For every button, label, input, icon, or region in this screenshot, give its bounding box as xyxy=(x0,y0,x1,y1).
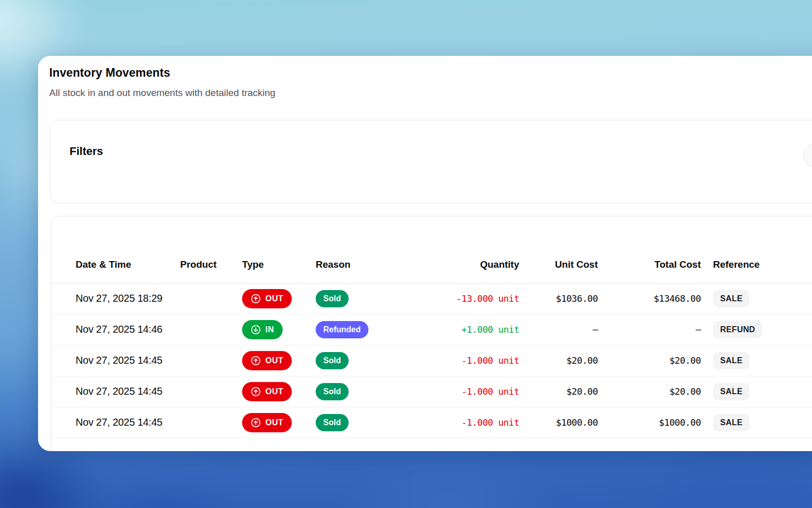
filters-clipped-button[interactable] xyxy=(803,143,812,168)
cell-datetime: Nov 27, 2025 14:46 xyxy=(51,314,180,345)
filters-title: Filters xyxy=(70,145,103,158)
type-badge: OUT xyxy=(242,351,292,370)
column-header-reason: Reason xyxy=(316,247,410,283)
movements-table-body: Nov 27, 2025 18:29 OUT Sold -13.000 xyxy=(51,283,812,438)
table-row: Nov 27, 2025 14:46 IN Refunded +1.00 xyxy=(51,314,812,345)
cell-total-cost: $13468.00 xyxy=(598,283,701,314)
cell-quantity: +1.000 unit xyxy=(410,314,519,345)
reason-badge: Sold xyxy=(316,383,349,400)
filters-card: Filters xyxy=(50,120,812,203)
inventory-movements-panel: Inventory Movements All stock in and out… xyxy=(38,56,812,451)
cell-product xyxy=(180,345,242,376)
movements-table-card: Date & Time Product Type Reason Quantity… xyxy=(51,216,812,451)
table-row: Nov 27, 2025 14:45 OUT Sold -1.000 u xyxy=(51,345,812,376)
arrow-circle-icon xyxy=(251,325,261,335)
reason-badge: Sold xyxy=(316,352,349,369)
arrow-circle-icon xyxy=(251,356,261,366)
column-header-reference: Reference xyxy=(701,247,812,283)
cell-reference: SALE xyxy=(701,376,812,407)
cell-datetime: Nov 27, 2025 14:45 xyxy=(51,407,180,438)
cell-reference: SALE xyxy=(701,345,812,376)
cell-unit-cost: $1036.00 xyxy=(519,283,598,314)
page-subtitle: All stock in and out movements with deta… xyxy=(49,87,812,99)
cell-type: OUT xyxy=(242,376,316,407)
cell-reason: Refunded xyxy=(316,314,410,345)
table-row: Nov 27, 2025 14:45 OUT Sold -1.000 u xyxy=(51,376,812,407)
cell-total-cost: $1000.00 xyxy=(598,407,701,438)
cell-reason: Sold xyxy=(316,376,410,407)
quantity-value: -13.000 unit xyxy=(456,293,519,304)
cell-product xyxy=(180,407,242,438)
column-header-quantity: Quantity xyxy=(410,247,519,283)
cell-reason: Sold xyxy=(316,345,410,376)
cell-unit-cost: $20.00 xyxy=(519,376,598,407)
quantity-value: -1.000 unit xyxy=(461,417,519,428)
reference-badge: SALE xyxy=(713,290,750,307)
type-badge-label: OUT xyxy=(265,294,283,303)
type-badge-label: OUT xyxy=(265,387,283,396)
cell-reference: REFUND xyxy=(701,314,812,345)
cell-unit-cost: — xyxy=(519,314,598,345)
cell-product xyxy=(180,283,242,314)
cell-product xyxy=(180,314,242,345)
cell-reason: Sold xyxy=(316,407,410,438)
column-header-unit-cost: Unit Cost xyxy=(519,247,598,283)
column-header-total-cost: Total Cost xyxy=(598,247,701,283)
reference-badge: SALE xyxy=(713,352,750,369)
cell-reference: SALE xyxy=(701,407,812,438)
type-badge-label: OUT xyxy=(265,418,283,427)
cell-reference: SALE xyxy=(701,283,812,314)
type-badge-label: OUT xyxy=(265,356,283,365)
quantity-value: +1.000 unit xyxy=(461,324,519,335)
column-header-product: Product xyxy=(180,247,242,283)
table-header-row: Date & Time Product Type Reason Quantity… xyxy=(51,247,812,283)
cell-type: OUT xyxy=(242,345,316,376)
cell-type: IN xyxy=(242,314,316,345)
column-header-type: Type xyxy=(242,247,316,283)
cell-product xyxy=(180,376,242,407)
type-badge: OUT xyxy=(242,382,292,401)
arrow-circle-icon xyxy=(251,387,261,397)
quantity-value: -1.000 unit xyxy=(461,386,519,397)
movements-table: Date & Time Product Type Reason Quantity… xyxy=(51,247,812,438)
table-row: Nov 27, 2025 18:29 OUT Sold -13.000 xyxy=(51,283,812,314)
column-header-datetime: Date & Time xyxy=(51,247,180,283)
cell-quantity: -1.000 unit xyxy=(410,376,519,407)
cell-type: OUT xyxy=(242,283,316,314)
cell-quantity: -1.000 unit xyxy=(410,345,519,376)
arrow-circle-icon xyxy=(251,294,261,304)
type-badge-label: IN xyxy=(265,325,274,334)
cell-type: OUT xyxy=(242,407,316,438)
reference-badge: SALE xyxy=(713,414,750,431)
reason-badge: Sold xyxy=(316,290,349,307)
cell-total-cost: $20.00 xyxy=(598,376,701,407)
cell-total-cost: $20.00 xyxy=(598,345,701,376)
type-badge: OUT xyxy=(242,289,292,308)
reference-badge: REFUND xyxy=(713,321,762,338)
cell-unit-cost: $1000.00 xyxy=(519,407,598,438)
reason-badge: Refunded xyxy=(316,321,368,338)
cell-total-cost: — xyxy=(598,314,701,345)
cell-quantity: -1.000 unit xyxy=(410,407,519,438)
cell-reason: Sold xyxy=(316,283,410,314)
type-badge: OUT xyxy=(242,413,292,432)
reference-badge: SALE xyxy=(713,383,750,400)
reason-badge: Sold xyxy=(316,414,349,431)
page-title: Inventory Movements xyxy=(49,66,812,80)
cell-unit-cost: $20.00 xyxy=(519,345,598,376)
type-badge: IN xyxy=(242,320,283,339)
arrow-circle-icon xyxy=(251,418,261,428)
cell-datetime: Nov 27, 2025 14:45 xyxy=(51,345,180,376)
cell-quantity: -13.000 unit xyxy=(410,283,519,314)
quantity-value: -1.000 unit xyxy=(461,355,519,366)
cell-datetime: Nov 27, 2025 14:45 xyxy=(51,376,180,407)
cell-datetime: Nov 27, 2025 18:29 xyxy=(51,283,180,314)
table-row: Nov 27, 2025 14:45 OUT Sold -1.000 u xyxy=(51,407,812,438)
